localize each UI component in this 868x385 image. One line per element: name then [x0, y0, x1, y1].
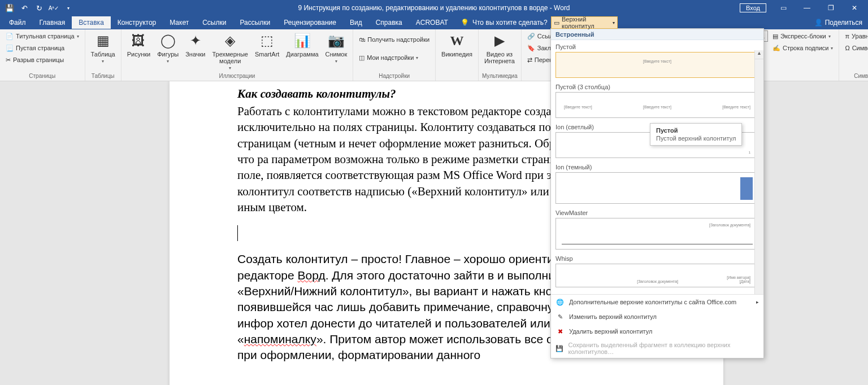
quickparts-button[interactable]: ▤Экспресс-блоки	[770, 30, 835, 42]
save-gallery-icon: 💾	[555, 344, 564, 353]
my-addins-button[interactable]: ◫Мои надстройки	[357, 52, 432, 63]
ribbon-options-icon[interactable]: ▭	[772, 0, 795, 16]
share-icon: 👤	[814, 19, 823, 27]
tab-layout[interactable]: Макет	[163, 16, 196, 29]
screenshot-icon: 📷	[327, 32, 345, 50]
table-button[interactable]: ▦ Таблица	[89, 30, 118, 65]
tab-review[interactable]: Рецензирование	[277, 16, 343, 29]
gallery-item-preview[interactable]	[555, 172, 759, 204]
tab-references[interactable]: Ссылки	[196, 16, 233, 29]
window-title: 9 Инструкция по созданию, редактированию…	[298, 4, 570, 12]
office-icon: 🌐	[555, 298, 565, 307]
smartart-button[interactable]: ⬚SmartArt	[253, 30, 281, 59]
group-symbols: πУравнение ΩСимвол Символы	[839, 29, 868, 81]
gallery-item-label: ViewMaster	[555, 209, 759, 216]
cube-icon: ◈	[221, 32, 239, 50]
scroll-up-icon[interactable]: ▲	[755, 50, 763, 59]
share-button[interactable]: 👤 Поделиться	[814, 19, 862, 27]
online-video-button[interactable]: ▶Видео из Интернета	[482, 30, 517, 65]
save-icon[interactable]: 💾	[3, 2, 16, 14]
gallery-footer: 🌐 Дополнительные верхние колонтитулы с с…	[551, 294, 763, 358]
gallery-list: Пустой [Введите текст] Пустой (3 столбца…	[551, 40, 763, 294]
login-button[interactable]: Вход	[740, 3, 766, 12]
chart-icon: 📊	[293, 32, 311, 50]
equation-icon: π	[845, 33, 849, 40]
header-button[interactable]: ▭ Верхний колонтитул ▾	[551, 16, 618, 29]
symbol-button[interactable]: ΩСимвол	[843, 42, 868, 54]
wikipedia-button[interactable]: WВикипедия	[439, 30, 475, 59]
tell-me-search[interactable]: 💡 Что вы хотите сделать?	[461, 19, 548, 27]
quick-access-toolbar: 💾 ↶ ↻ Аᵃ✓ ▾	[0, 2, 75, 14]
gallery-item-preview[interactable]: [Заголовок документа]	[555, 218, 759, 250]
chart-button[interactable]: 📊Диаграмма	[284, 30, 320, 59]
header-gallery-dropdown: ▭ Верхний колонтитул ▾ Встроенный Пустой…	[550, 28, 764, 358]
spellcheck-icon[interactable]: Аᵃ✓	[47, 2, 60, 14]
remove-header-button[interactable]: ✖ Удалить верхний колонтитул	[551, 324, 763, 339]
smartart-icon: ⬚	[258, 32, 276, 50]
tab-insert[interactable]: Вставка	[72, 16, 111, 29]
get-addins-button[interactable]: 🛍Получить надстройки	[357, 34, 432, 45]
addins-icon: ◫	[359, 54, 364, 62]
minimize-icon[interactable]: —	[796, 0, 818, 16]
group-media: ▶Видео из Интернета Мультимедиа	[479, 29, 522, 81]
group-pages: 📄Титульная страница 📃Пустая страница ✂Ра…	[0, 29, 85, 81]
tab-view[interactable]: Вид	[343, 16, 369, 29]
wikipedia-icon: W	[448, 32, 466, 50]
tab-design[interactable]: Конструктор	[111, 16, 163, 29]
group-wiki: WВикипедия	[436, 29, 479, 81]
tab-help[interactable]: Справка	[369, 16, 409, 29]
edit-icon: ✎	[555, 312, 565, 321]
tab-file[interactable]: Файл	[2, 16, 33, 29]
bookmark-icon: 🔖	[527, 45, 535, 52]
gallery-scrollbar[interactable]: ▲ ▼	[754, 50, 763, 294]
tab-mailings[interactable]: Рассылки	[233, 16, 277, 29]
cover-page-button[interactable]: 📄Титульная страница	[3, 30, 81, 42]
equation-button[interactable]: πУравнение	[843, 30, 868, 42]
quickparts-icon: ▤	[772, 33, 778, 40]
video-icon: ▶	[491, 32, 509, 50]
group-tables: ▦ Таблица Таблицы	[85, 29, 121, 81]
close-icon[interactable]: ✕	[843, 0, 866, 16]
bulb-icon: 💡	[461, 19, 469, 27]
screenshot-button[interactable]: 📷Снимок	[323, 30, 350, 65]
gallery-item-preview[interactable]: [Введите текст]	[555, 52, 759, 78]
undo-icon[interactable]: ↶	[18, 2, 31, 14]
gallery-section-builtin: Встроенный	[551, 29, 763, 40]
group-text: A ▤Экспресс-блоки ✍Строка подписи	[753, 29, 839, 81]
gallery-item-label: Пустой (3 столбца)	[555, 84, 759, 90]
tooltip-description: Пустой верхний колонтитул	[656, 135, 736, 142]
ribbon-tabs: Файл Главная Вставка Конструктор Макет С…	[0, 16, 868, 29]
header-icon: ▭	[554, 19, 559, 27]
gallery-item-preview[interactable]: [Заголовок документа] [Имя автора] [Дата…	[555, 264, 759, 287]
3d-models-button[interactable]: ◈Трехмерные модели	[210, 30, 250, 72]
more-headers-online-button[interactable]: 🌐 Дополнительные верхние колонтитулы с с…	[551, 295, 763, 309]
shapes-icon: ◯	[159, 32, 177, 50]
icons-button[interactable]: ✦Значки	[183, 30, 207, 59]
store-icon: 🛍	[359, 36, 365, 43]
gallery-item-label: Whisp	[555, 255, 759, 262]
page-break-button[interactable]: ✂Разрыв страницы	[3, 54, 81, 65]
pictures-button[interactable]: 🖼Рисунки	[125, 30, 153, 59]
tab-acrobat[interactable]: ACROBAT	[409, 16, 455, 29]
qat-more-icon[interactable]: ▾	[62, 2, 75, 14]
redo-icon[interactable]: ↻	[33, 2, 45, 14]
symbol-icon: Ω	[845, 45, 849, 51]
edit-header-button[interactable]: ✎ Изменить верхний колонтитул	[551, 309, 763, 324]
maximize-icon[interactable]: ❐	[819, 0, 842, 16]
gallery-item-label: Ion (темный)	[555, 164, 759, 170]
gallery-item-preview[interactable]: [Введите текст] [Введите текст] [Введите…	[555, 92, 759, 118]
signature-button[interactable]: ✍Строка подписи	[770, 42, 835, 54]
save-selection-button: 💾 Сохранить выделенный фрагмент в коллек…	[551, 339, 763, 358]
blank-page-button[interactable]: 📃Пустая страница	[3, 42, 81, 54]
title-bar: 💾 ↶ ↻ Аᵃ✓ ▾ 9 Инструкция по созданию, ре…	[0, 0, 868, 16]
page-break-icon: ✂	[6, 56, 11, 64]
remove-icon: ✖	[555, 327, 565, 336]
cover-page-icon: 📄	[6, 33, 14, 40]
group-illustrations: 🖼Рисунки ◯Фигуры ✦Значки ◈Трехмерные мод…	[121, 29, 354, 81]
pictures-icon: 🖼	[129, 32, 147, 50]
tooltip-title: Пустой	[656, 127, 736, 134]
shapes-button[interactable]: ◯Фигуры	[155, 30, 181, 65]
tab-home[interactable]: Главная	[33, 16, 72, 29]
group-addins: 🛍Получить надстройки ◫Мои надстройки Над…	[353, 29, 436, 81]
tooltip: Пустой Пустой верхний колонтитул	[650, 123, 742, 146]
